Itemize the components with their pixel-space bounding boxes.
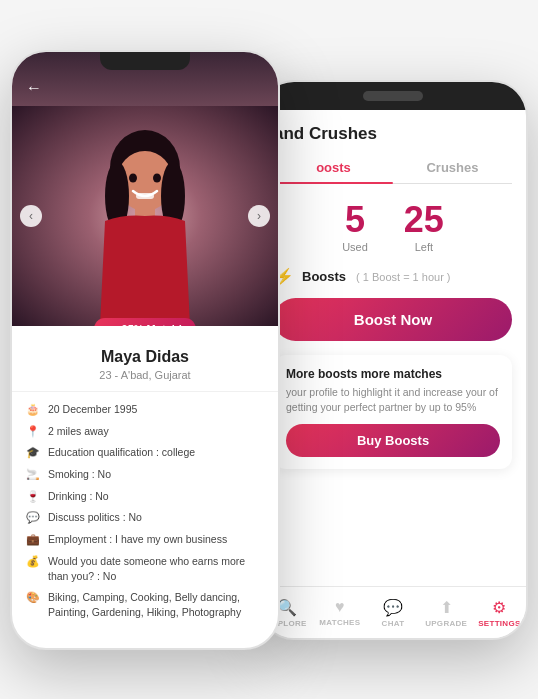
back-phone: and Crushes oosts Crushes 5 Used 25 Left… [258, 80, 528, 640]
nav-item-matches[interactable]: ♥ MATCHES [313, 598, 366, 627]
bottom-nav: 🔍 EXPLORE ♥ MATCHES 💬 CHAT ⬆ UPGRADE ⚙ S… [260, 586, 526, 638]
front-phone-notch [100, 52, 190, 70]
chat-label: CHAT [382, 619, 405, 628]
education-text: Education qualification : college [48, 445, 195, 460]
boost-sublabel: ( 1 Boost = 1 hour ) [356, 271, 450, 283]
employment-text: Employment : I have my own business [48, 532, 227, 547]
dob-text: 20 December 1995 [48, 402, 137, 417]
nav-item-chat[interactable]: 💬 CHAT [366, 598, 419, 628]
profile-details: 🎂 20 December 1995 📍 2 miles away 🎓 Educ… [12, 392, 278, 632]
more-boosts-title: More boosts more matches [286, 367, 500, 381]
upgrade-label: UPGRADE [425, 619, 467, 628]
education-icon: 🎓 [26, 446, 40, 459]
earnings-text: Would you date someone who earns more th… [48, 554, 264, 583]
boost-label-row: ⚡ Boosts ( 1 Boost = 1 hour ) [274, 267, 512, 286]
photo-nav-right[interactable]: › [248, 205, 270, 227]
chat-icon: 💬 [383, 598, 403, 617]
front-phone-header: ← [12, 70, 278, 106]
politics-icon: 💬 [26, 511, 40, 524]
detail-drinking: 🍷 Drinking : No [26, 489, 264, 504]
match-badge: ♥ 95% Match! [94, 318, 196, 326]
svg-rect-7 [136, 193, 154, 199]
matches-label: MATCHES [319, 618, 360, 627]
nav-item-settings[interactable]: ⚙ SETTINGS [473, 598, 526, 628]
stats-row: 5 Used 25 Left [260, 184, 526, 259]
politics-text: Discuss politics : No [48, 510, 142, 525]
dob-icon: 🎂 [26, 403, 40, 416]
svg-point-6 [153, 174, 161, 183]
smoking-text: Smoking : No [48, 467, 111, 482]
detail-education: 🎓 Education qualification : college [26, 445, 264, 460]
boost-now-button[interactable]: Boost Now [274, 298, 512, 341]
employment-icon: 💼 [26, 533, 40, 546]
distance-text: 2 miles away [48, 424, 109, 439]
hobbies-icon: 🎨 [26, 591, 40, 604]
detail-employment: 💼 Employment : I have my own business [26, 532, 264, 547]
svg-point-5 [129, 174, 137, 183]
stat-used: 5 Used [342, 202, 368, 253]
detail-smoking: 🚬 Smoking : No [26, 467, 264, 482]
drinking-text: Drinking : No [48, 489, 109, 504]
back-phone-header: and Crushes [260, 110, 526, 152]
person-figure [75, 126, 215, 326]
boost-label: Boosts [302, 269, 346, 284]
boost-section: ⚡ Boosts ( 1 Boost = 1 hour ) Boost Now … [260, 259, 526, 487]
stat-left: 25 Left [404, 202, 444, 253]
stat-left-number: 25 [404, 202, 444, 238]
earnings-icon: 💰 [26, 555, 40, 568]
profile-photo: ‹ › ♥ 95% Match! [12, 106, 278, 326]
profile-age-location: 23 - A'bad, Gujarat [26, 369, 264, 381]
detail-hobbies: 🎨 Biking, Camping, Cooking, Belly dancin… [26, 590, 264, 619]
back-phone-notch [260, 82, 526, 110]
front-phone: ← ‹ › [10, 50, 280, 650]
detail-politics: 💬 Discuss politics : No [26, 510, 264, 525]
matches-icon: ♥ [335, 598, 345, 616]
settings-label: SETTINGS [478, 619, 520, 628]
header-title: and Crushes [274, 124, 377, 143]
location-icon: 📍 [26, 425, 40, 438]
detail-dob: 🎂 20 December 1995 [26, 402, 264, 417]
buy-boosts-button[interactable]: Buy Boosts [286, 424, 500, 457]
more-boosts-desc: your profile to highlight it and increas… [286, 385, 500, 414]
drinking-icon: 🍷 [26, 490, 40, 503]
stat-left-label: Left [404, 241, 444, 253]
back-arrow-icon[interactable]: ← [26, 79, 42, 97]
stat-used-label: Used [342, 241, 368, 253]
detail-distance: 📍 2 miles away [26, 424, 264, 439]
upgrade-icon: ⬆ [440, 598, 453, 617]
profile-info: Maya Didas 23 - A'bad, Gujarat [12, 326, 278, 392]
nav-item-upgrade[interactable]: ⬆ UPGRADE [420, 598, 473, 628]
heart-icon: ♥ [108, 323, 115, 326]
detail-earnings: 💰 Would you date someone who earns more … [26, 554, 264, 583]
hobbies-text: Biking, Camping, Cooking, Belly dancing,… [48, 590, 264, 619]
tab-crushes[interactable]: Crushes [393, 152, 512, 183]
more-boosts-card: More boosts more matches your profile to… [274, 355, 512, 469]
tabs-row: oosts Crushes [274, 152, 512, 184]
settings-icon: ⚙ [492, 598, 506, 617]
photo-nav-left[interactable]: ‹ [20, 205, 42, 227]
tab-boosts[interactable]: oosts [274, 152, 393, 183]
smoking-icon: 🚬 [26, 468, 40, 481]
stat-used-number: 5 [342, 202, 368, 238]
profile-name: Maya Didas [26, 348, 264, 366]
